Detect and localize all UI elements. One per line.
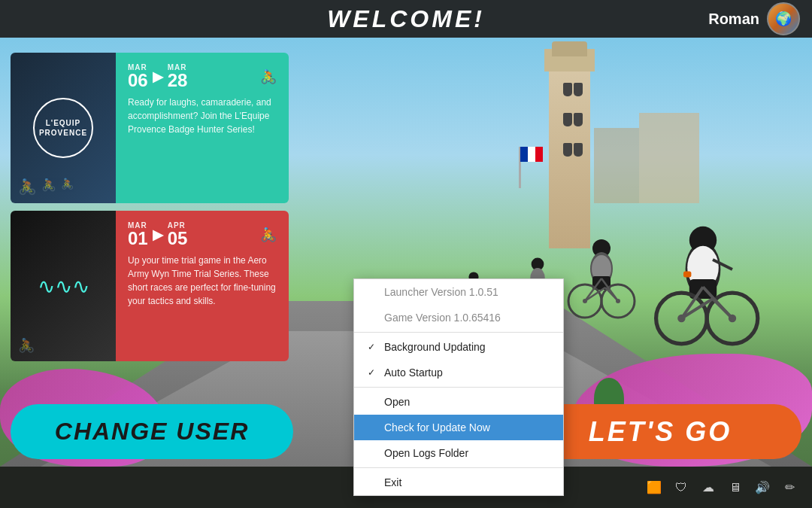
card-wave-2: ∿∿∿ <box>38 274 89 299</box>
background-updating-label: Background Updating <box>384 341 486 353</box>
bike-icon-1: 🚴 <box>260 68 277 85</box>
taskbar-icon-monitor[interactable]: 🖥 <box>725 477 746 498</box>
card-end-day-2: 05 <box>168 230 188 248</box>
card-arrow-1: ▶ <box>153 68 163 85</box>
card-dates-1: MAR 06 ▶ MAR 28 🚴 <box>128 63 277 90</box>
bike-icon-2: 🚴 <box>260 227 277 243</box>
user-name: Roman <box>708 11 759 28</box>
menu-item-game-version: Game Version 1.0.65416 <box>354 305 563 330</box>
taskbar-icon-cloud[interactable]: ☁ <box>698 477 719 498</box>
taskbar-icon-pen[interactable]: ✏ <box>779 477 800 498</box>
welcome-title: WELCOME! <box>327 5 485 33</box>
menu-item-exit[interactable]: Exit <box>354 470 563 495</box>
card-image-1: L'EQUIPPROVENCE 🚴 🚴 🚴 <box>11 53 116 203</box>
card-start-day-1: 06 <box>128 71 148 90</box>
taskbar-icon-zwift[interactable]: 🟧 <box>644 477 665 498</box>
menu-item-launcher-version: Launcher Version 1.0.51 <box>354 279 563 305</box>
menu-item-auto-startup[interactable]: ✓ Auto Startup <box>354 360 563 385</box>
card-start-month-2: MAR <box>128 221 148 230</box>
change-user-button[interactable]: CHANGE USER <box>11 404 293 459</box>
header-bar: WELCOME! Roman 🌍 <box>0 0 812 38</box>
card-end-month-1: MAR <box>168 63 188 71</box>
check-background: ✓ <box>368 342 378 352</box>
card-end-day-1: 28 <box>168 71 188 90</box>
card-arrow-2: ▶ <box>153 227 163 243</box>
card-start-day-2: 01 <box>128 230 148 248</box>
game-version-label: Game Version 1.0.65416 <box>384 312 501 324</box>
menu-item-open[interactable]: Open <box>354 389 563 415</box>
user-info: Roman 🌍 <box>708 2 800 35</box>
menu-separator-1 <box>354 332 563 333</box>
tower-window-4 <box>563 113 572 126</box>
card-end-month-2: APR <box>168 221 188 230</box>
event-card-1[interactable]: L'EQUIPPROVENCE 🚴 🚴 🚴 MAR 06 ▶ MAR 28 <box>11 53 289 203</box>
menu-separator-2 <box>354 387 563 388</box>
svg-line-25 <box>605 287 618 301</box>
tower-window-2 <box>563 83 572 96</box>
tower-window-3 <box>574 113 583 126</box>
check-auto-startup: ✓ <box>368 367 378 378</box>
card-logo-1: L'EQUIPPROVENCE <box>33 98 93 158</box>
card-description-2: Up your time trial game in the Aero Army… <box>128 254 277 308</box>
tower-window-1 <box>574 83 583 96</box>
svg-rect-4 <box>683 272 691 278</box>
taskbar-icon-volume[interactable]: 🔊 <box>752 477 773 498</box>
card-dates-2: MAR 01 ▶ APR 05 🚴 <box>128 221 277 248</box>
change-user-label: CHANGE USER <box>55 418 249 446</box>
svg-line-12 <box>713 299 732 318</box>
menu-item-check-update[interactable]: Check for Update Now <box>354 415 563 440</box>
menu-item-background-updating[interactable]: ✓ Background Updating <box>354 334 563 360</box>
exit-label: Exit <box>384 476 401 488</box>
event-card-2[interactable]: ∿∿∿ 🚴 MAR 01 ▶ APR 05 🚴 Up your time tri… <box>11 211 289 361</box>
menu-separator-3 <box>354 467 563 468</box>
check-update-label: Check for Update Now <box>384 421 490 433</box>
user-avatar[interactable]: 🌍 <box>767 2 800 35</box>
card-image-2: ∿∿∿ 🚴 <box>11 211 116 361</box>
event-cards: L'EQUIPPROVENCE 🚴 🚴 🚴 MAR 06 ▶ MAR 28 <box>11 53 289 361</box>
card-description-1: Ready for laughs, camaraderie, and accom… <box>128 96 277 136</box>
lets-go-label: LET'S GO <box>589 416 732 448</box>
card-body-1: MAR 06 ▶ MAR 28 🚴 Ready for laughs, cama… <box>116 53 289 203</box>
open-label: Open <box>384 396 410 408</box>
card-start-month-1: MAR <box>128 63 148 71</box>
taskbar-icon-shield[interactable]: 🛡 <box>671 477 692 498</box>
card-body-2: MAR 01 ▶ APR 05 🚴 Up your time trial gam… <box>116 211 289 361</box>
open-logs-label: Open Logs Folder <box>384 447 468 459</box>
auto-startup-label: Auto Startup <box>384 367 443 379</box>
tower-spire <box>552 41 587 56</box>
context-menu: Launcher Version 1.0.51 Game Version 1.0… <box>353 278 564 496</box>
menu-item-open-logs[interactable]: Open Logs Folder <box>354 440 563 466</box>
launcher-version-label: Launcher Version 1.0.51 <box>384 286 498 298</box>
